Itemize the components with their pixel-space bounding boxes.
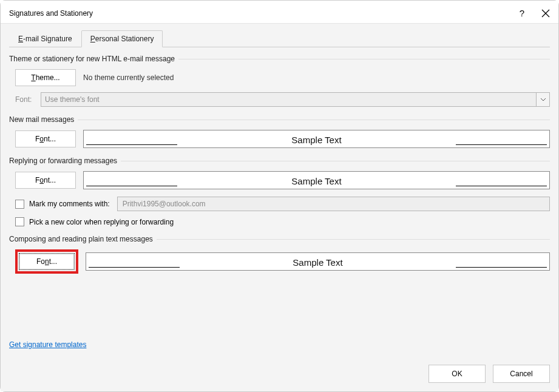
dialog-footer: OK Cancel bbox=[1, 356, 558, 391]
theme-hint: No theme currently selected bbox=[83, 73, 174, 82]
reply-sample: Sample Text bbox=[83, 171, 550, 189]
tab-row: E-mail Signature Personal Stationery bbox=[9, 30, 550, 47]
newmail-font-button[interactable]: Font... bbox=[15, 130, 76, 147]
tab-email-signature[interactable]: E-mail Signature bbox=[9, 30, 81, 47]
mark-comments-checkbox[interactable] bbox=[15, 200, 24, 209]
font-label: Font: bbox=[15, 95, 36, 104]
cancel-button[interactable]: Cancel bbox=[493, 365, 550, 383]
help-icon[interactable]: ? bbox=[520, 8, 524, 18]
titlebar: Signatures and Stationery ? bbox=[1, 1, 558, 23]
highlight-box: Font... bbox=[15, 249, 78, 274]
plain-sample: Sample Text bbox=[86, 252, 550, 271]
signatures-stationery-dialog: Signatures and Stationery ? E-mail Signa… bbox=[0, 0, 559, 392]
ok-button[interactable]: OK bbox=[429, 365, 486, 383]
font-combobox[interactable]: Use theme's font bbox=[41, 92, 550, 107]
pick-color-checkbox[interactable] bbox=[15, 217, 24, 226]
section-reply-title: Replying or forwarding messages bbox=[9, 157, 550, 165]
pick-color-label: Pick a new color when replying or forwar… bbox=[29, 218, 174, 226]
plain-font-button[interactable]: Font... bbox=[19, 253, 75, 270]
mark-comments-label: Mark my comments with: bbox=[29, 200, 110, 208]
chevron-down-icon[interactable] bbox=[536, 93, 549, 106]
section-theme-title: Theme or stationery for new HTML e-mail … bbox=[9, 55, 550, 63]
newmail-sample: Sample Text bbox=[83, 130, 550, 148]
close-icon[interactable] bbox=[541, 9, 550, 18]
tab-panel: Theme or stationery for new HTML e-mail … bbox=[9, 47, 550, 356]
theme-button[interactable]: Theme... bbox=[15, 69, 76, 86]
section-plain-title: Composing and reading plain text message… bbox=[9, 235, 550, 243]
tab-personal-stationery[interactable]: Personal Stationery bbox=[81, 30, 163, 47]
mark-comments-value: Prithvi1995@outlook.com bbox=[117, 197, 550, 211]
section-newmail-title: New mail messages bbox=[9, 115, 550, 124]
get-templates-link[interactable]: Get signature templates bbox=[9, 340, 550, 349]
dialog-title: Signatures and Stationery bbox=[9, 9, 93, 18]
font-combo-value: Use theme's font bbox=[41, 93, 536, 106]
reply-font-button[interactable]: Font... bbox=[15, 172, 76, 189]
